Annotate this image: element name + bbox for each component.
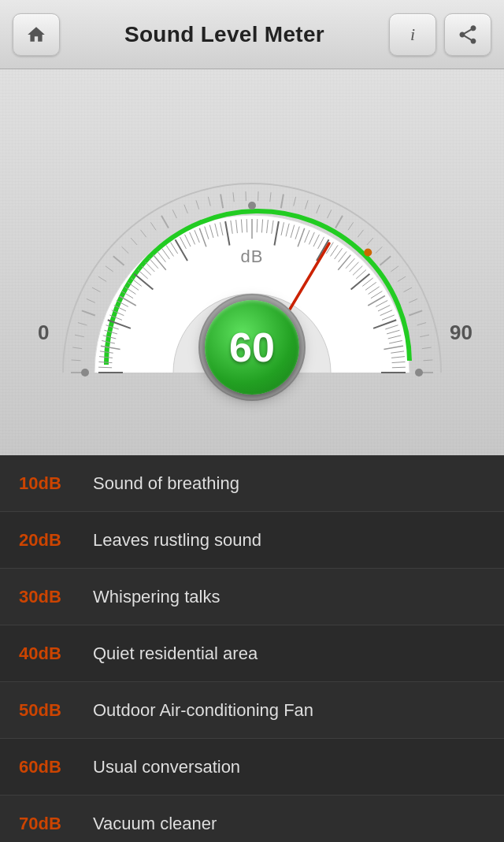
list-item: 20dBLeaves rustling sound (0, 512, 504, 569)
home-icon (26, 24, 46, 45)
svg-line-92 (257, 219, 258, 232)
svg-line-90 (246, 219, 247, 232)
list-item-description: Quiet residential area (93, 644, 258, 664)
svg-line-28 (317, 205, 320, 213)
svg-line-135 (392, 367, 406, 368)
svg-line-1 (72, 360, 81, 361)
svg-line-41 (417, 323, 427, 325)
svg-line-10 (113, 256, 124, 265)
svg-line-6 (87, 299, 95, 302)
list-item-db: 20dB (19, 530, 74, 551)
svg-point-142 (364, 248, 372, 256)
svg-line-36 (391, 266, 398, 272)
svg-line-44 (423, 360, 432, 361)
list-item-db: 10dB (19, 473, 74, 494)
svg-line-38 (403, 287, 412, 292)
svg-line-43 (422, 347, 432, 349)
sound-list: 10dBSound of breathing20dBLeaves rustlin… (0, 455, 504, 842)
svg-line-12 (131, 238, 137, 245)
list-item: 30dBWhispering talks (0, 569, 504, 625)
list-item-description: Outdoor Air-conditioning Fan (93, 700, 313, 721)
svg-line-39 (409, 299, 417, 302)
svg-line-34 (376, 247, 383, 253)
svg-line-9 (106, 266, 113, 272)
value-display: 60 (205, 300, 299, 395)
home-button[interactable] (13, 13, 60, 56)
header-actions: i (389, 13, 491, 56)
svg-line-40 (409, 310, 422, 315)
svg-line-32 (358, 230, 363, 237)
svg-line-8 (98, 276, 106, 281)
svg-line-33 (367, 238, 373, 245)
list-item: 50dBOutdoor Air-conditioning Fan (0, 682, 504, 739)
meter-section: 0 90 dB 60 (0, 69, 504, 455)
svg-line-31 (348, 222, 354, 230)
svg-line-13 (140, 230, 146, 237)
info-icon: i (410, 24, 415, 45)
svg-line-21 (233, 192, 234, 202)
svg-line-18 (196, 200, 199, 209)
list-item: 60dBUsual conversation (0, 739, 504, 796)
svg-line-24 (270, 192, 271, 202)
svg-line-11 (122, 247, 129, 253)
svg-line-16 (172, 210, 176, 218)
list-item: 40dBQuiet residential area (0, 625, 504, 682)
svg-line-47 (98, 367, 112, 368)
svg-line-27 (305, 200, 308, 209)
svg-line-4 (78, 323, 87, 325)
list-item-description: Whispering talks (93, 587, 220, 607)
unit-label: dB (241, 247, 264, 267)
svg-line-20 (220, 194, 223, 208)
svg-point-140 (248, 202, 256, 210)
svg-line-19 (208, 197, 210, 206)
list-item: 10dBSound of breathing (0, 455, 504, 512)
svg-line-30 (335, 216, 343, 228)
svg-point-141 (415, 369, 423, 376)
list-item-description: Leaves rustling sound (93, 530, 261, 551)
list-item-description: Sound of breathing (93, 473, 239, 494)
current-value: 60 (229, 324, 275, 371)
scale-label-90: 90 (450, 321, 472, 345)
list-item-description: Vacuum cleaner (93, 814, 217, 834)
svg-line-26 (294, 197, 296, 206)
svg-line-25 (281, 194, 284, 208)
list-item-db: 30dB (19, 587, 74, 607)
info-button[interactable]: i (389, 13, 436, 56)
list-item-description: Usual conversation (93, 757, 240, 777)
list-item-db: 40dB (19, 644, 74, 664)
svg-line-3 (75, 335, 84, 336)
svg-line-7 (92, 287, 101, 292)
list-item: 70dBVacuum cleaner (0, 796, 504, 842)
list-item-db: 60dB (19, 757, 74, 777)
svg-line-17 (184, 205, 187, 213)
svg-point-139 (81, 369, 89, 376)
page-title: Sound Level Meter (124, 22, 324, 47)
list-item-db: 50dB (19, 700, 74, 721)
svg-line-2 (72, 347, 82, 349)
share-button[interactable] (444, 13, 491, 56)
svg-line-37 (398, 276, 406, 281)
svg-line-42 (420, 335, 429, 336)
svg-line-35 (380, 256, 391, 265)
scale-label-0: 0 (38, 321, 49, 345)
share-icon (457, 24, 479, 46)
svg-line-29 (328, 210, 332, 218)
list-item-db: 70dB (19, 814, 74, 834)
svg-line-5 (82, 310, 95, 315)
svg-line-14 (150, 222, 156, 230)
header: Sound Level Meter i (0, 0, 504, 69)
svg-line-15 (161, 216, 169, 228)
meter-container: 0 90 dB 60 (24, 89, 480, 436)
